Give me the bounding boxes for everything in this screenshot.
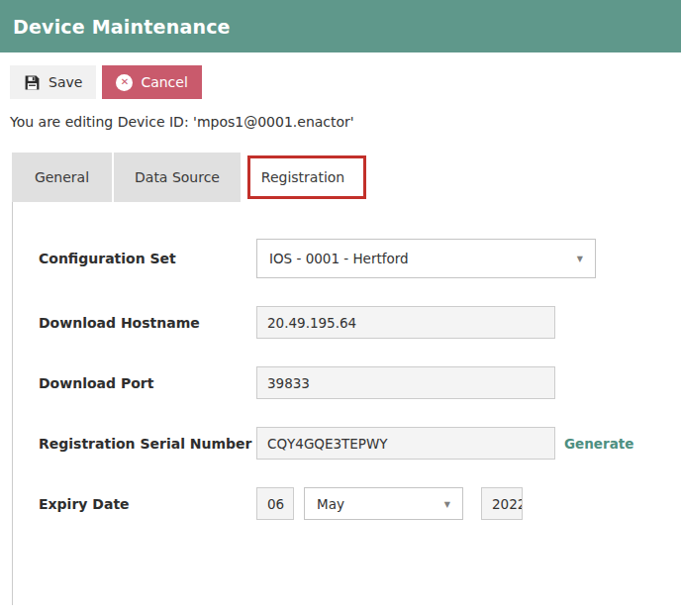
- page-header: Device Maintenance: [0, 0, 681, 52]
- tab-data-source-label: Data Source: [135, 169, 220, 185]
- download-hostname-label: Download Hostname: [39, 315, 256, 331]
- save-button-label: Save: [49, 74, 82, 90]
- chevron-down-icon: ▼: [444, 499, 450, 508]
- expiry-date-label: Expiry Date: [39, 496, 256, 512]
- expiry-month-value: May: [305, 496, 344, 512]
- cancel-circle-x-icon: ✕: [116, 74, 133, 91]
- download-hostname-input[interactable]: [256, 306, 555, 339]
- download-port-label: Download Port: [39, 375, 256, 391]
- expiry-day-input[interactable]: [256, 487, 294, 520]
- tab-data-source[interactable]: Data Source: [114, 153, 241, 202]
- tab-registration[interactable]: Registration: [243, 153, 363, 202]
- download-port-input[interactable]: [256, 366, 555, 399]
- save-floppy-icon: [24, 74, 41, 91]
- expiry-year-input[interactable]: [481, 487, 523, 520]
- expiry-month-select[interactable]: May ▼: [304, 487, 463, 520]
- download-port-row: Download Port: [39, 366, 681, 399]
- save-button[interactable]: Save: [10, 65, 96, 99]
- tab-general-label: General: [35, 169, 89, 185]
- registration-tab-panel: Configuration Set IOS - 0001 - Hertford …: [12, 202, 681, 605]
- registration-serial-number-row: Registration Serial Number Generate: [39, 427, 681, 460]
- device-maintenance-window: Device Maintenance Save ✕ Cancel You are…: [0, 0, 681, 616]
- configuration-set-label: Configuration Set: [39, 251, 256, 266]
- cancel-button-label: Cancel: [141, 74, 187, 90]
- page-title: Device Maintenance: [13, 16, 231, 38]
- tab-general[interactable]: General: [12, 153, 112, 202]
- tab-bar: General Data Source Registration: [12, 153, 681, 202]
- download-hostname-row: Download Hostname: [39, 306, 681, 339]
- cancel-button[interactable]: ✕ Cancel: [102, 65, 201, 99]
- configuration-set-value: IOS - 0001 - Hertford: [257, 251, 409, 266]
- registration-serial-number-input[interactable]: [256, 427, 555, 460]
- editing-notice: You are editing Device ID: 'mpos1@0001.e…: [10, 114, 681, 130]
- configuration-set-select[interactable]: IOS - 0001 - Hertford ▼: [256, 239, 596, 278]
- configuration-set-row: Configuration Set IOS - 0001 - Hertford …: [39, 239, 681, 278]
- registration-serial-number-label: Registration Serial Number: [39, 436, 256, 452]
- tab-registration-label: Registration: [261, 169, 344, 185]
- expiry-date-row: Expiry Date May ▼: [39, 487, 681, 520]
- toolbar: Save ✕ Cancel: [10, 65, 681, 99]
- chevron-down-icon: ▼: [577, 255, 583, 263]
- generate-link[interactable]: Generate: [564, 436, 633, 452]
